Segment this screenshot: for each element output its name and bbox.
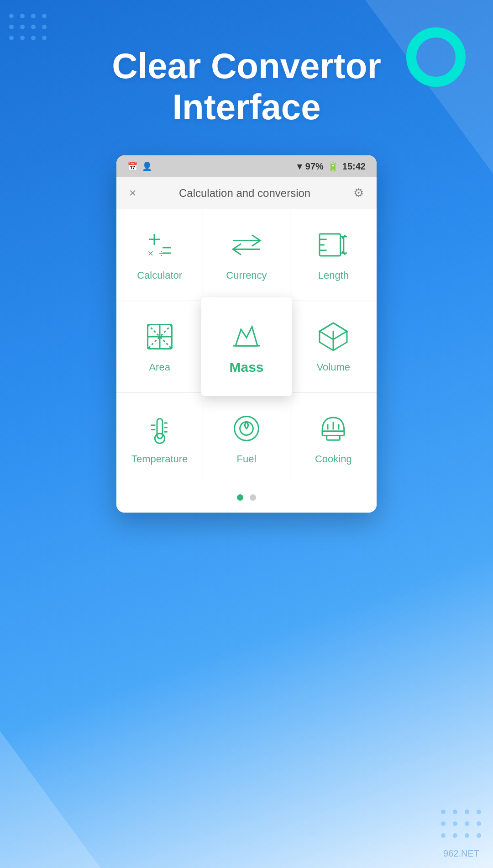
clock: 15:42 — [342, 161, 366, 172]
volume-label: Volume — [317, 361, 350, 373]
svg-rect-26 — [157, 418, 163, 438]
page-dot-1[interactable] — [237, 494, 243, 501]
battery-icon: 🔋 — [327, 161, 339, 172]
calendar-icon: 📅 — [127, 161, 137, 171]
headline-line2: Interface — [172, 87, 320, 127]
settings-button[interactable]: ⚙ — [353, 186, 364, 200]
currency-label: Currency — [226, 270, 267, 281]
calculator-label: Calculator — [137, 270, 182, 281]
grid-item-currency[interactable]: Currency — [203, 209, 289, 301]
tools-grid: ÷ × Calculator Currency — [116, 209, 377, 484]
status-left: 📅 👤 — [127, 161, 152, 171]
grid-item-volume[interactable]: Volume — [290, 301, 377, 392]
battery-percent: 97% — [305, 161, 324, 172]
svg-rect-35 — [327, 436, 340, 440]
pagination — [116, 484, 377, 513]
dots-top-left — [9, 14, 48, 42]
volume-icon — [317, 320, 350, 353]
area-icon — [143, 320, 176, 353]
length-icon — [317, 228, 350, 261]
calculator-icon: ÷ × — [143, 228, 176, 261]
grid-item-calculator[interactable]: ÷ × Calculator — [116, 209, 203, 301]
fuel-label: Fuel — [237, 453, 257, 465]
bg-triangle-bottom-left — [0, 731, 100, 868]
cooking-icon — [317, 412, 350, 445]
grid-item-length[interactable]: Length — [290, 209, 377, 301]
temperature-label: Temperature — [131, 453, 188, 465]
temperature-icon — [143, 412, 176, 445]
currency-icon — [230, 228, 263, 261]
headline-line1: Clear Convertor — [112, 46, 381, 86]
dots-bottom-right — [441, 810, 484, 841]
fuel-icon — [230, 412, 263, 445]
grid-item-cooking[interactable]: Cooking — [290, 393, 377, 484]
watermark: 962.NET — [443, 848, 479, 859]
length-label: Length — [318, 270, 349, 281]
grid-item-area[interactable]: Area — [116, 301, 203, 392]
close-button[interactable]: × — [129, 186, 136, 200]
svg-text:×: × — [147, 248, 153, 259]
grid-item-fuel[interactable]: Fuel — [203, 393, 289, 484]
area-label: Area — [149, 361, 170, 373]
mass-label: Mass — [229, 360, 263, 375]
cooking-label: Cooking — [315, 453, 352, 465]
page-dot-2[interactable] — [250, 494, 256, 501]
person-icon: 👤 — [142, 161, 152, 171]
headline: Clear Convertor Interface — [0, 46, 493, 127]
app-title: Calculation and conversion — [179, 187, 310, 200]
grid-item-mass[interactable]: Mass — [201, 297, 291, 396]
app-header: × Calculation and conversion ⚙ — [116, 177, 377, 209]
mass-icon — [230, 318, 263, 351]
svg-text:÷: ÷ — [158, 248, 164, 259]
wifi-icon: ▾ — [297, 161, 302, 172]
status-bar: 📅 👤 ▾ 97% 🔋 15:42 — [116, 155, 377, 177]
grid-item-temperature[interactable]: Temperature — [116, 393, 203, 484]
status-right: ▾ 97% 🔋 15:42 — [297, 161, 366, 172]
phone-mockup: 📅 👤 ▾ 97% 🔋 15:42 × Calculation and conv… — [116, 155, 377, 513]
